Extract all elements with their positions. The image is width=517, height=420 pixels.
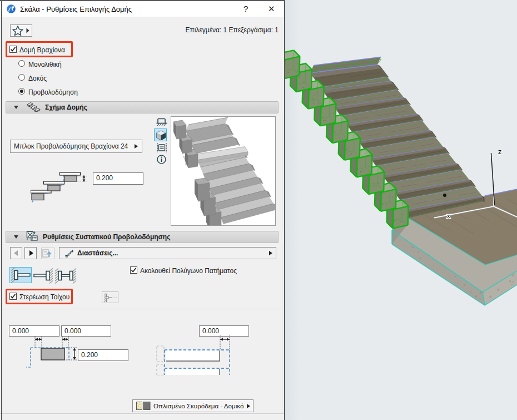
svg-text:x: x [447,213,450,219]
svg-text:z: z [498,148,501,156]
